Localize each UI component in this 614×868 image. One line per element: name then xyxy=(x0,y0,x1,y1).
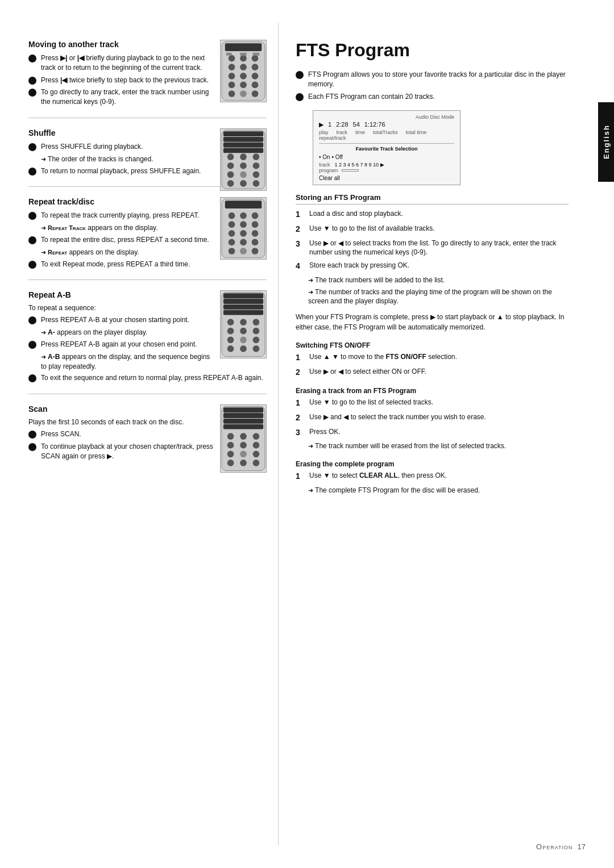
svg-point-8 xyxy=(229,73,235,80)
step-num: 3 xyxy=(296,239,306,250)
screen-track-label: track xyxy=(319,162,330,168)
arrow-storing-2: The number of tracks and the playing tim… xyxy=(296,287,569,307)
list-item: 1 Use ▼ to select CLEAR ALL, then press … xyxy=(296,471,569,482)
svg-point-83 xyxy=(240,451,247,458)
step-num: 1 xyxy=(296,352,306,364)
svg-point-6 xyxy=(240,64,247,70)
svg-point-53 xyxy=(252,248,259,255)
screen-label-play: play xyxy=(319,130,329,135)
svg-point-77 xyxy=(240,433,247,440)
subsection-title-storing: Storing an FTS Program xyxy=(296,193,569,205)
section-repeat-track-disc: Repeat track/disc To repeat the track cu… xyxy=(28,197,267,280)
svg-rect-23 xyxy=(223,143,263,148)
bullet-text: Press REPEAT A-B at your chosen starting… xyxy=(41,315,214,325)
bullet-icon xyxy=(28,55,36,62)
fts-program-title: FTS Program xyxy=(296,40,569,61)
svg-point-87 xyxy=(253,460,260,466)
svg-point-78 xyxy=(253,433,260,440)
bullet-text: FTS Program allows you to store your fav… xyxy=(308,70,569,89)
svg-point-42 xyxy=(229,222,235,228)
list-item: 4 Store each track by pressing OK. xyxy=(296,261,569,272)
svg-point-29 xyxy=(240,162,247,169)
remote-image-shuffle xyxy=(220,128,267,191)
svg-point-32 xyxy=(240,171,247,178)
screen-playback-info: ▶ 1 2:28 54 1:12:76 xyxy=(319,121,385,128)
screen-label-track: track xyxy=(337,130,348,135)
list-item: 1 Use ▲ ▼ to move to the FTS ON/OFF sele… xyxy=(296,352,569,364)
sidebar-tab: English xyxy=(598,102,614,182)
screen-program-row: program xyxy=(319,168,454,173)
screen-program-box xyxy=(342,169,359,172)
list-item: Press |◀ twice briefly to step back to t… xyxy=(28,76,214,85)
arrow-storing-1: The track numbers will be added to the l… xyxy=(296,276,569,285)
svg-point-84 xyxy=(253,451,260,458)
screen-mockup: Audio Disc Mode ▶ 1 2:28 54 1:12:76 play… xyxy=(313,110,460,185)
svg-rect-22 xyxy=(223,137,263,142)
list-item: 3 Use ▶ or ◀ to select tracks from the l… xyxy=(296,239,569,258)
screen-label-total-time: total time xyxy=(406,130,427,135)
list-item: Press SCAN. xyxy=(28,429,214,439)
fts-intro-bullets: FTS Program allows you to store your fav… xyxy=(296,70,569,101)
bullet-text: Press ▶| or |◀ briefly during playback t… xyxy=(41,53,214,73)
step-text: Press OK. xyxy=(309,427,569,437)
svg-point-68 xyxy=(227,345,234,352)
bullet-icon xyxy=(28,143,36,151)
remote-image-scan xyxy=(220,404,267,467)
list-item: To return to normal playback, press SHUF… xyxy=(28,166,214,176)
remote-image-moving xyxy=(220,40,267,102)
list-item: 2 Use ▶ and ◀ to select the track number… xyxy=(296,412,569,424)
bullet-text: Press |◀ twice briefly to step back to t… xyxy=(41,76,214,85)
section-repeat-ab: Repeat A-B To repeat a sequence: Press R… xyxy=(28,290,267,394)
arrow-erasing-program: The complete FTS Program for the disc wi… xyxy=(296,486,569,495)
bullet-icon xyxy=(28,261,36,269)
svg-point-36 xyxy=(253,180,260,187)
footer: Operation 17 xyxy=(0,842,614,851)
bullet-text: To repeat the entire disc, press REPEAT … xyxy=(41,235,214,245)
svg-point-82 xyxy=(227,451,234,458)
bullet-icon xyxy=(28,341,36,349)
footer-page-number: 17 xyxy=(578,842,586,851)
svg-point-45 xyxy=(229,230,235,237)
step-text: Use ▲ ▼ to move to the FTS ON/OFF select… xyxy=(309,352,569,362)
bullet-icon xyxy=(296,71,304,79)
svg-rect-19 xyxy=(253,53,260,56)
storing-note: When your FTS Program is complete, press… xyxy=(296,312,569,332)
screen-on-off-row: • On • Off xyxy=(319,154,454,160)
step-text: Use ▶ or ◀ to select tracks from the lis… xyxy=(309,239,569,258)
remote-image-ab xyxy=(220,290,267,353)
svg-point-10 xyxy=(252,73,259,80)
arrow-erasing-track: The track number will be erased from the… xyxy=(296,441,569,451)
subsection-title-switching: Switching FTS ON/OFF xyxy=(296,341,569,349)
svg-point-40 xyxy=(240,212,247,219)
bullet-text: Press SCAN. xyxy=(41,429,214,439)
svg-point-46 xyxy=(240,230,247,237)
list-item: 3 Press OK. xyxy=(296,427,569,439)
svg-point-48 xyxy=(229,239,235,246)
small-caps-text: Repeat xyxy=(48,249,67,256)
svg-point-64 xyxy=(253,328,260,335)
list-item: To repeat the entire disc, press REPEAT … xyxy=(28,235,214,245)
sidebar-label: English xyxy=(602,125,611,160)
bullet-icon xyxy=(28,431,36,439)
svg-rect-21 xyxy=(223,131,263,136)
section-switching: Switching FTS ON/OFF 1 Use ▲ ▼ to move t… xyxy=(296,341,569,378)
bullet-icon xyxy=(28,89,36,97)
svg-point-9 xyxy=(240,73,247,80)
svg-rect-73 xyxy=(223,413,263,418)
svg-rect-17 xyxy=(226,53,232,56)
remote-image-repeat xyxy=(220,197,267,260)
footer-label: Operation xyxy=(536,842,572,851)
bullet-text: To continue playback at your chosen chap… xyxy=(41,442,214,461)
step-num: 1 xyxy=(296,209,306,220)
svg-point-30 xyxy=(253,162,260,169)
svg-rect-72 xyxy=(223,408,263,413)
screen-track-num: 1 xyxy=(328,121,331,128)
step-num: 2 xyxy=(296,367,306,378)
screen-fav-label: Favourite Track Selection xyxy=(319,146,454,152)
screen-total-tracks: 54 xyxy=(353,121,360,128)
step-text: Use ▼ to go to the list of selected trac… xyxy=(309,398,569,407)
svg-point-76 xyxy=(227,433,234,440)
bullet-text: To exit Repeat mode, press REPEAT a thir… xyxy=(41,260,214,269)
step-text: Use ▶ or ◀ to select either ON or OFF. xyxy=(309,367,569,377)
svg-rect-18 xyxy=(240,53,247,56)
